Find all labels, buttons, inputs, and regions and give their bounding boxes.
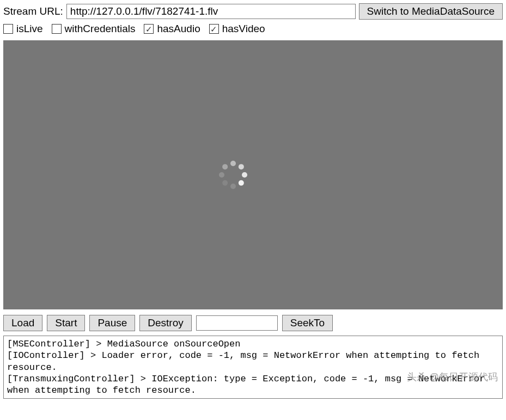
islive-label: isLive xyxy=(16,23,43,35)
log-line: [MSEController] > MediaSource onSourceOp… xyxy=(7,339,240,349)
log-output: [MSEController] > MediaSource onSourceOp… xyxy=(3,336,503,399)
stream-url-label: Stream URL: xyxy=(3,5,63,17)
video-player[interactable] xyxy=(3,40,503,309)
withcredentials-label: withCredentials xyxy=(65,23,136,35)
hasaudio-checkbox[interactable]: ✓ xyxy=(144,24,154,34)
hasvideo-label: hasVideo xyxy=(222,23,265,35)
destroy-button[interactable]: Destroy xyxy=(139,315,191,331)
seekto-button[interactable]: SeekTo xyxy=(282,315,333,331)
hasvideo-checkbox[interactable]: ✓ xyxy=(209,24,219,34)
hasaudio-label: hasAudio xyxy=(157,23,200,35)
switch-datasource-button[interactable]: Switch to MediaDataSource xyxy=(359,3,503,20)
controls-row: Load Start Pause Destroy SeekTo xyxy=(3,315,503,331)
log-line: [TransmuxingController] > IOException: t… xyxy=(7,374,491,395)
withcredentials-checkbox[interactable] xyxy=(52,24,62,34)
seek-input[interactable] xyxy=(196,315,278,331)
start-button[interactable]: Start xyxy=(47,315,85,331)
load-button[interactable]: Load xyxy=(3,315,42,331)
loading-spinner-icon xyxy=(218,160,248,190)
url-row: Stream URL: Switch to MediaDataSource xyxy=(3,3,503,20)
pause-button[interactable]: Pause xyxy=(89,315,135,331)
log-line: [IOController] > Loader error, code = -1… xyxy=(7,350,485,372)
stream-url-input[interactable] xyxy=(66,4,356,19)
islive-checkbox[interactable] xyxy=(3,24,13,34)
options-row: isLive withCredentials ✓ hasAudio ✓ hasV… xyxy=(3,23,503,35)
